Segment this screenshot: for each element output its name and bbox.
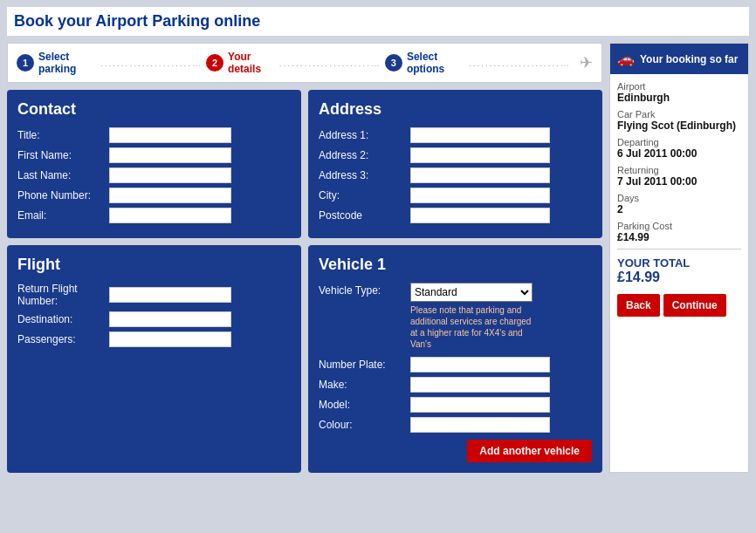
addr2-input[interactable] bbox=[410, 147, 550, 163]
contact-title-row: Title: bbox=[17, 127, 291, 143]
plate-row: Number Plate: bbox=[319, 357, 592, 372]
lastname-label: Last Name: bbox=[17, 169, 109, 181]
page-title: Book your Airport Parking online bbox=[7, 7, 749, 36]
parking-cost-label: Parking Cost bbox=[617, 221, 741, 231]
contact-phone-row: Phone Number: bbox=[17, 188, 291, 203]
contact-title-label: Title: bbox=[17, 129, 109, 141]
model-row: Model: bbox=[319, 397, 592, 413]
contact-email-row: Email: bbox=[17, 208, 291, 223]
postcode-label: Postcode bbox=[319, 209, 410, 222]
postcode-row: Postcode bbox=[319, 208, 592, 223]
step-dots-3: ......................… bbox=[469, 58, 571, 68]
add-vehicle-button[interactable]: Add another vehicle bbox=[467, 440, 592, 462]
airport-label: Airport bbox=[617, 81, 741, 92]
total-label: YOUR TOTAL bbox=[617, 256, 741, 270]
sidebar-buttons: Back Continue bbox=[617, 294, 741, 317]
carpark-value: Flying Scot (Edinburgh) bbox=[617, 120, 741, 132]
step-3: 3 Select options bbox=[385, 51, 465, 75]
passengers-row: Passengers: bbox=[17, 331, 291, 347]
passengers-label: Passengers: bbox=[17, 333, 109, 345]
city-input[interactable] bbox=[410, 188, 550, 203]
sidebar-carpark: Car Park Flying Scot (Edinburgh) bbox=[617, 109, 741, 132]
vehicle-title: Vehicle 1 bbox=[319, 256, 592, 274]
vehicle-note: Please note that parking and additional … bbox=[410, 304, 533, 350]
flight-number-input[interactable] bbox=[109, 287, 231, 303]
sidebar-parking-cost: Parking Cost £14.99 bbox=[617, 221, 741, 243]
flight-title: Flight bbox=[17, 256, 291, 274]
vehicle-type-select[interactable]: Standard 4x4 Van bbox=[410, 283, 533, 302]
email-input[interactable] bbox=[109, 208, 231, 223]
postcode-input[interactable] bbox=[410, 208, 550, 223]
contact-lastname-row: Last Name: bbox=[17, 167, 291, 183]
vehicle-type-row: Vehicle Type: Standard 4x4 Van Please no… bbox=[319, 283, 592, 350]
airport-value: Edinburgh bbox=[617, 92, 741, 104]
car-icon: 🚗 bbox=[617, 51, 635, 67]
firstname-input[interactable] bbox=[109, 147, 231, 163]
progress-bar: 1 Select parking ......................…… bbox=[7, 43, 602, 83]
step-3-circle: 3 bbox=[385, 54, 402, 72]
continue-button[interactable]: Continue bbox=[663, 294, 726, 317]
parking-cost-value: £14.99 bbox=[617, 231, 741, 243]
lastname-input[interactable] bbox=[109, 167, 231, 183]
email-label: Email: bbox=[17, 209, 109, 222]
title-input[interactable] bbox=[109, 127, 231, 143]
colour-input[interactable] bbox=[410, 417, 550, 433]
addr2-label: Address 2: bbox=[319, 149, 410, 161]
flight-section: Flight Return Flight Number: Destination… bbox=[7, 245, 301, 473]
firstname-label: First Name: bbox=[17, 149, 109, 161]
sidebar-divider bbox=[617, 249, 741, 249]
city-label: City: bbox=[319, 189, 410, 202]
step-2-circle: 2 bbox=[206, 54, 223, 72]
step-3-label: Select options bbox=[407, 51, 465, 75]
returning-value: 7 Jul 2011 00:00 bbox=[617, 175, 741, 188]
sidebar-days: Days 2 bbox=[617, 193, 741, 215]
vehicle-type-right: Standard 4x4 Van Please note that parkin… bbox=[410, 283, 533, 350]
city-row: City: bbox=[319, 188, 592, 203]
vehicle-section: Vehicle 1 Vehicle Type: Standard 4x4 Van… bbox=[308, 245, 602, 473]
destination-label: Destination: bbox=[17, 313, 109, 325]
address-section: Address Address 1: Address 2: Address 3:… bbox=[308, 90, 602, 238]
addr3-row: Address 3: bbox=[319, 167, 592, 183]
passengers-input[interactable] bbox=[109, 331, 231, 347]
model-label: Model: bbox=[319, 399, 410, 411]
total-value: £14.99 bbox=[617, 270, 741, 285]
days-label: Days bbox=[617, 193, 741, 203]
departing-value: 6 Jul 2011 00:00 bbox=[617, 147, 741, 160]
make-label: Make: bbox=[319, 379, 410, 391]
back-button[interactable]: Back bbox=[617, 294, 660, 317]
colour-row: Colour: bbox=[319, 417, 592, 433]
step-dots-2: ......................… bbox=[279, 58, 381, 68]
flight-number-row: Return Flight Number: bbox=[17, 283, 291, 307]
phone-label: Phone Number: bbox=[17, 189, 109, 202]
sidebar-returning: Returning 7 Jul 2011 00:00 bbox=[617, 165, 741, 188]
booking-sidebar: 🚗 Your booking so far Airport Edinburgh … bbox=[609, 43, 749, 473]
make-row: Make: bbox=[319, 377, 592, 393]
phone-input[interactable] bbox=[109, 188, 231, 203]
addr1-label: Address 1: bbox=[319, 129, 410, 141]
sidebar-header-text: Your booking so far bbox=[640, 53, 738, 65]
address-title: Address bbox=[319, 100, 592, 119]
model-input[interactable] bbox=[410, 397, 550, 413]
form-grid: Contact Title: First Name: Last Name: Ph… bbox=[7, 90, 602, 473]
plate-label: Number Plate: bbox=[319, 359, 410, 371]
vehicle-type-label: Vehicle Type: bbox=[319, 283, 410, 297]
destination-input[interactable] bbox=[109, 311, 231, 327]
days-value: 2 bbox=[617, 203, 741, 215]
colour-label: Colour: bbox=[319, 419, 410, 431]
flight-number-label: Return Flight Number: bbox=[17, 283, 109, 307]
destination-row: Destination: bbox=[17, 311, 291, 327]
addr3-label: Address 3: bbox=[319, 169, 410, 181]
plate-input[interactable] bbox=[410, 357, 550, 372]
contact-section: Contact Title: First Name: Last Name: Ph… bbox=[7, 90, 301, 238]
sidebar-departing: Departing 6 Jul 2011 00:00 bbox=[617, 137, 741, 160]
step-dots-1: ......................… bbox=[100, 58, 203, 68]
sidebar-header: 🚗 Your booking so far bbox=[610, 44, 748, 74]
returning-label: Returning bbox=[617, 165, 741, 175]
plane-icon: ✈ bbox=[580, 53, 593, 72]
addr3-input[interactable] bbox=[410, 167, 550, 183]
sidebar-body: Airport Edinburgh Car Park Flying Scot (… bbox=[610, 74, 748, 324]
addr1-input[interactable] bbox=[410, 127, 550, 143]
step-1-circle: 1 bbox=[17, 54, 34, 72]
step-2: 2 Your details bbox=[206, 51, 276, 75]
make-input[interactable] bbox=[410, 377, 550, 393]
